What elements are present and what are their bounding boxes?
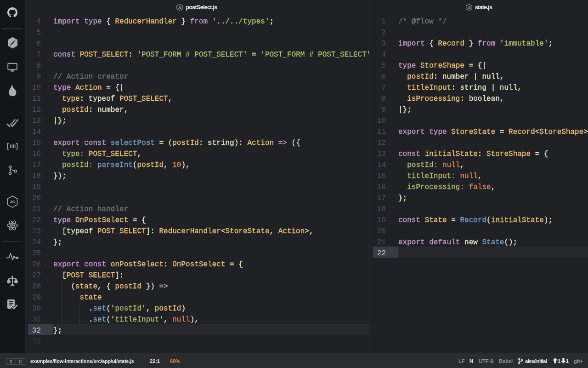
svg-text:JS: JS: [178, 6, 182, 9]
svg-text:JS: JS: [467, 6, 471, 9]
svg-text:JS: JS: [10, 200, 15, 204]
